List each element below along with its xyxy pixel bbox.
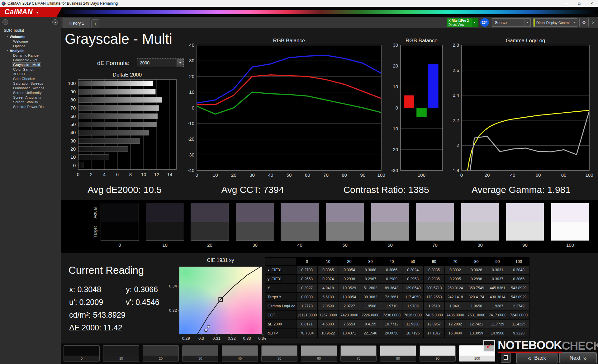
table-cell: 12.2882 <box>445 320 466 329</box>
sidebar-item-dynamic-range[interactable]: Dynamic Range <box>0 53 61 58</box>
deltae-bar-chart: 024681012141009080706050403020100DeltaE … <box>66 70 181 178</box>
svg-text:30: 30 <box>249 172 255 178</box>
patch-button-70[interactable]: 70 <box>340 345 377 362</box>
sidebar-item-screen-uniformity[interactable]: Screen Uniformity <box>0 90 61 95</box>
sidebar-item-spectral-power-dist[interactable]: Spectral Power Dist. <box>0 104 61 109</box>
patch-color-swatch <box>262 346 297 356</box>
spectrum-gradient-bar <box>64 10 598 14</box>
meter-dropdown[interactable]: X-Rite i1Pro 2 Direct View ▼ <box>447 18 478 27</box>
sidebar-item-colorchecker[interactable]: ColorChecker <box>0 76 61 81</box>
grayscale-swatch-20 <box>191 203 229 241</box>
sidebar-item-color-gamut[interactable]: Color Gamut <box>0 67 61 72</box>
grayscale-swatch-80 <box>461 203 499 241</box>
svg-text:40: 40 <box>510 172 515 178</box>
sidebar-item-label: Analysis <box>10 49 24 53</box>
swatch-level-label: 10 <box>146 242 184 248</box>
de-formula-arrow-icon: ▼ <box>177 59 183 67</box>
sidebar-item-3d-lut[interactable]: 3D LUT <box>0 72 61 76</box>
svg-text:2: 2 <box>457 142 459 148</box>
svg-text:90: 90 <box>360 172 365 178</box>
patch-button-100[interactable]: 100 <box>459 345 495 362</box>
sidebar-item-screen-angularity[interactable]: Screen Angularity <box>0 95 61 100</box>
table-cell: 0.3037 <box>487 275 508 284</box>
patch-button-30[interactable]: 30 <box>182 345 218 362</box>
table-cell: 10.9622 <box>318 329 339 338</box>
back-button[interactable]: « Back <box>516 352 558 364</box>
close-button[interactable]: ✕ <box>586 0 598 7</box>
patch-button-0[interactable]: 0 <box>64 345 100 362</box>
table-cell: 0.2974 <box>318 275 339 284</box>
patch-button-10[interactable]: 10 <box>103 345 139 362</box>
table-row-label: Target Y <box>265 293 297 302</box>
patch-color-swatch <box>341 346 376 356</box>
patch-button-40[interactable]: 40 <box>222 345 258 362</box>
sidebar-item-label: Saturation Sweeps <box>13 82 43 85</box>
swatch-actual-color <box>191 203 229 222</box>
sidebar-item-grayscale-multi[interactable]: Grayscale - Multi <box>0 62 61 67</box>
table-cell: 19.3529 <box>339 284 360 293</box>
sidebar-item-analysis[interactable]: ▸Analysis <box>0 48 61 53</box>
patch-window-button[interactable] <box>501 352 511 363</box>
next-button[interactable]: Next » <box>559 352 597 364</box>
patch-level-label: 50 <box>262 356 297 361</box>
settings-gear-button[interactable]: ⚙ <box>579 18 589 27</box>
measurement-count-badge[interactable]: 234 <box>480 18 489 27</box>
svg-text:2.4: 2.4 <box>453 92 459 98</box>
de-formula-dropdown[interactable]: 2000 ▼ <box>137 58 184 67</box>
patch-button-80[interactable]: 80 <box>380 345 416 362</box>
svg-text:70: 70 <box>70 105 76 110</box>
workflow-menu-button[interactable]: • <box>2 19 8 25</box>
table-cell: 0.2987 <box>360 275 381 284</box>
table-row-label: y: CIE31 <box>265 275 297 284</box>
patch-window-icon <box>504 355 508 360</box>
tab-history-1[interactable]: History 1 <box>63 18 90 28</box>
table-cell: 7485.0000 <box>424 311 445 320</box>
table-cell: 11.9338 <box>402 320 424 329</box>
calman-window: CalMAN 2019 CalMAN Ultimate for Business… <box>0 0 598 364</box>
svg-text:0: 0 <box>396 105 398 110</box>
table-cell: 1.9658 <box>466 302 487 311</box>
table-row-y: Y0.39274.941819.352951.280289.3643139.05… <box>265 284 529 293</box>
svg-text:-30: -30 <box>391 168 398 173</box>
table-col-header-10: 10 <box>318 258 339 266</box>
grayscale-swatch-0 <box>101 203 139 241</box>
svg-text:80: 80 <box>342 172 347 178</box>
sidebar-item-welcome[interactable]: ▸Welcome <box>0 34 61 39</box>
sidebar-item-luminance-sweeps[interactable]: Luminance Sweeps <box>0 86 61 90</box>
sidebar-item-saturation-sweeps[interactable]: Saturation Sweeps <box>0 81 61 86</box>
patch-button-60[interactable]: 60 <box>301 345 337 362</box>
source-dropdown[interactable]: Source ▼ <box>492 18 531 27</box>
maximize-button[interactable]: □ <box>573 0 586 7</box>
svg-text:-10: -10 <box>391 126 398 131</box>
sidebar-item-label: Luminance Sweeps <box>13 86 44 90</box>
sidebar-item-welcome[interactable]: Welcome <box>0 39 61 44</box>
svg-text:0.33: 0.33 <box>243 336 251 341</box>
minimize-button[interactable]: — <box>561 0 573 7</box>
sidebar-item-screen-stability[interactable]: Screen Stability <box>0 100 61 104</box>
calman-logo[interactable]: CalMAN ▾ <box>0 7 62 17</box>
sidebar-item-label: Spectral Power Dist. <box>13 105 45 109</box>
sidebar-item-grayscale-2pt[interactable]: Grayscale - 2pt <box>0 58 61 62</box>
svg-text:RGB Balance: RGB Balance <box>406 38 438 44</box>
table-row-label: CCT <box>265 311 297 320</box>
patch-color-swatch <box>222 346 258 356</box>
svg-text:DeltaE 2000: DeltaE 2000 <box>113 72 142 78</box>
toolbar-more-button[interactable]: › <box>590 19 596 26</box>
patch-level-label: 90 <box>420 356 455 361</box>
table-col-header-0: 0 <box>297 258 318 266</box>
table-cell: 17.1017 <box>424 329 445 338</box>
patch-color-swatch <box>64 346 99 356</box>
collapse-sidebar-button[interactable]: ◂ <box>52 19 58 25</box>
patch-button-20[interactable]: 20 <box>143 345 179 362</box>
swatch-target-color <box>551 222 589 240</box>
tab-add-button[interactable]: + <box>91 19 99 28</box>
patch-button-50[interactable]: 50 <box>261 345 297 362</box>
display-control-dropdown[interactable]: Direct Display Control ▼ <box>533 18 577 27</box>
patch-button-90[interactable]: 90 <box>420 345 456 362</box>
target-row-label: Target <box>93 223 97 241</box>
swatch-target-color <box>236 222 274 240</box>
patch-level-label: 30 <box>183 356 218 361</box>
swatch-level-label: 90 <box>506 242 544 248</box>
sidebar-item-options[interactable]: Options <box>0 44 61 48</box>
sidebar-item-label: Welcome <box>10 35 25 39</box>
